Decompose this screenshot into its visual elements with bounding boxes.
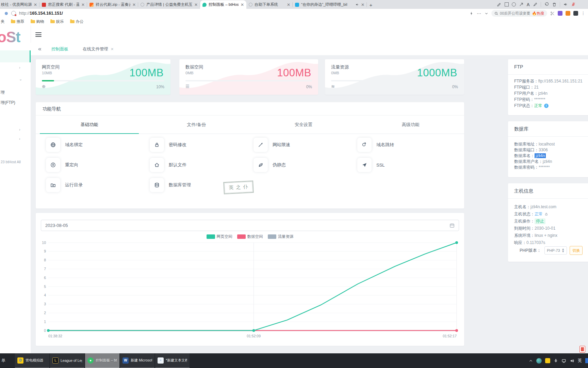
tray-network-icon[interactable] — [561, 358, 566, 363]
tray-ldplayer-icon[interactable] — [545, 358, 550, 363]
page-tab-dashboard[interactable]: 控制面板 — [51, 46, 68, 52]
kebab-menu-icon[interactable]: ⋮ — [581, 11, 585, 16]
host-stop-button[interactable]: 停止 — [535, 218, 545, 224]
chevron-right-icon[interactable]: › — [19, 127, 20, 132]
func-site-speed-limit[interactable]: 网站限速 — [254, 137, 352, 152]
url-text[interactable]: http://165.154.161.151/ — [19, 11, 63, 16]
bookmark-folder-tuijian[interactable]: 推荐 — [11, 19, 24, 24]
tab-audio-icon[interactable] — [355, 3, 359, 6]
legend-item-data-space[interactable]: 数据空间 — [237, 234, 263, 239]
tab-close-icon[interactable]: ✕ — [81, 2, 85, 7]
site-info-icon[interactable] — [11, 11, 16, 16]
taskbar-item-bthost[interactable]: ● 控制面板 – btHost... — [85, 353, 119, 368]
browser-tab-6[interactable]: 自助下单系统 ✕ — [246, 0, 293, 9]
func-domain-binding[interactable]: 域名绑定 — [46, 137, 145, 152]
browser-tab-7[interactable]: “在你的身边”_哔哩哔哩_bil ✕ — [293, 0, 367, 9]
func-run-directory[interactable]: 运行目录 — [46, 178, 145, 193]
browser-tab-2[interactable]: 您正搜索 代刷 - 蓝枝社 ✕ — [39, 0, 87, 9]
usage-line-chart: 01234567891001:38:3201:52:0901:52:17 — [40, 241, 460, 343]
chevron-down-icon[interactable] — [485, 12, 488, 15]
rectangle-tool-icon[interactable] — [505, 2, 509, 6]
word-icon: W — [122, 357, 129, 364]
bthost-logo: oSt — [0, 29, 20, 46]
chevron-right-icon[interactable]: › — [19, 65, 20, 70]
sidebar-item-file-management-ftp[interactable]: 理(FTP) — [1, 100, 15, 106]
tab-close-icon[interactable]: ✕ — [34, 2, 37, 7]
tab-close-icon[interactable]: ✕ — [287, 2, 290, 7]
db-port-row: 数据库端口：3306 — [514, 147, 588, 153]
floating-widget[interactable] — [579, 346, 585, 353]
globe-icon: ⊕ — [42, 84, 46, 89]
tray-microphone-icon[interactable] — [554, 358, 558, 363]
page-tab-file-manager[interactable]: 在线文件管理 ✕ — [83, 46, 114, 52]
taskbar-item-lol[interactable]: L League of Legends — [50, 353, 84, 368]
new-tab-button[interactable]: + — [367, 1, 375, 9]
browser-address-bar: http://165.154.161.151/ ⋯ 00后开公司设宴要 🔥热搜 … — [0, 9, 588, 18]
lightning-icon[interactable] — [469, 11, 474, 16]
more-dots-icon[interactable]: ⋯ — [477, 11, 481, 16]
bookmark-folder-bangong[interactable]: 办公 — [70, 19, 84, 24]
pencil-icon[interactable] — [497, 2, 502, 7]
ime-indicator[interactable]: 英 — [578, 358, 582, 364]
func-default-file[interactable]: 默认文件 — [150, 157, 248, 172]
calendar-icon[interactable] — [450, 223, 455, 228]
speaker-icon[interactable] — [563, 2, 568, 7]
close-icon[interactable]: ✕ — [111, 47, 114, 51]
tab-advanced-functions[interactable]: 高级功能 — [357, 116, 464, 134]
trash-icon[interactable] — [552, 2, 557, 7]
tab-close-icon[interactable]: ✕ — [361, 2, 364, 7]
chevron-right-icon[interactable]: › — [19, 137, 20, 141]
tray-expand-chevron-icon[interactable] — [529, 359, 533, 363]
host-operation-row: 主机操作： 停止 — [514, 218, 588, 224]
undo-icon[interactable] — [544, 2, 549, 7]
php-version-select[interactable]: PHP-73▲▼ — [544, 246, 567, 255]
browser-tab-4[interactable]: 产品详情 | 公益免费主机互联 ✕ — [138, 0, 200, 9]
scissors-icon[interactable] — [550, 11, 555, 16]
tab-basic-functions[interactable]: 基础功能 — [36, 116, 143, 134]
circle-tool-icon[interactable] — [512, 2, 516, 6]
func-redirection[interactable]: 重定向 — [46, 157, 145, 172]
bookmark-folder-gouwu[interactable]: 购物 — [31, 19, 44, 24]
purple-extension-icon[interactable] — [558, 11, 562, 16]
sidebar-collapse-hamburger-icon[interactable] — [35, 32, 42, 37]
text-tool-icon[interactable]: A — [527, 2, 530, 7]
php-switch-button[interactable]: 切换 — [570, 246, 583, 255]
extension-dot-icon[interactable] — [5, 12, 8, 15]
browser-tab-1[interactable]: 枝社 - 优质网站源码与模板 ✕ — [0, 0, 39, 9]
sidebar-active-item[interactable] — [0, 50, 31, 62]
microphone-muted-icon[interactable] — [571, 2, 576, 7]
sidebar-item-site-management[interactable]: 理 — [1, 90, 5, 95]
bookmark-folder-yule[interactable]: 娱乐 — [50, 19, 64, 24]
taskbar-item-fragment[interactable]: 单 — [0, 353, 15, 368]
taskbar-item-word[interactable]: W 新建 Microsoft W... — [120, 353, 154, 368]
func-domain-redirect[interactable]: 域名跳转 — [357, 137, 456, 152]
dark-extension-icon[interactable] — [573, 11, 578, 16]
func-password-change[interactable]: 密码修改 — [150, 137, 248, 152]
tab-security-settings[interactable]: 安全设置 — [250, 116, 357, 134]
taskbar-item-notepad[interactable]: ≡ *新建文本文档.txt -... — [155, 353, 190, 368]
tab-close-icon[interactable]: ✕ — [132, 2, 136, 7]
tray-app-icon[interactable] — [536, 358, 542, 364]
legend-item-traffic[interactable]: 流量资源 — [268, 234, 294, 239]
hot-search-box[interactable]: 00后开公司设宴要 🔥热搜 — [491, 10, 547, 17]
func-ssl[interactable]: SSL — [357, 157, 456, 172]
db-name-selected-value[interactable]: jzli4n — [535, 153, 546, 158]
tab-close-icon[interactable]: ✕ — [241, 2, 244, 7]
bookmark-fragment[interactable]: 夹 — [1, 19, 5, 24]
tab-file-backup[interactable]: 文件/备份 — [143, 116, 250, 134]
date-picker-input[interactable]: 2023-08-05 — [41, 220, 459, 231]
chevron-down-icon[interactable]: ⌄ — [19, 77, 22, 81]
browser-tab-5-active[interactable]: 控制面板 – btHost ✕ — [200, 0, 246, 9]
arrow-tool-icon[interactable] — [519, 2, 524, 7]
orange-extension-icon[interactable] — [566, 11, 570, 16]
info-circle-icon[interactable]: ! — [544, 104, 549, 108]
taskbar-item-ldplayer[interactable]: D 雷电模拟器 — [15, 353, 49, 368]
browser-tab-3[interactable]: 祥云代刷.zip - 蓝奏云 ✕ — [87, 0, 138, 9]
brush-tool-icon[interactable] — [533, 2, 538, 7]
tab-title: 枝社 - 优质网站源码与模板 — [1, 2, 32, 7]
collapse-tabs-icon[interactable] — [37, 47, 42, 51]
tray-volume-icon[interactable] — [570, 358, 574, 363]
func-pseudo-static[interactable]: 伪静态 — [254, 157, 352, 172]
legend-item-web-space[interactable]: 网页空间 — [207, 234, 232, 239]
tab-close-icon[interactable]: ✕ — [194, 2, 198, 7]
